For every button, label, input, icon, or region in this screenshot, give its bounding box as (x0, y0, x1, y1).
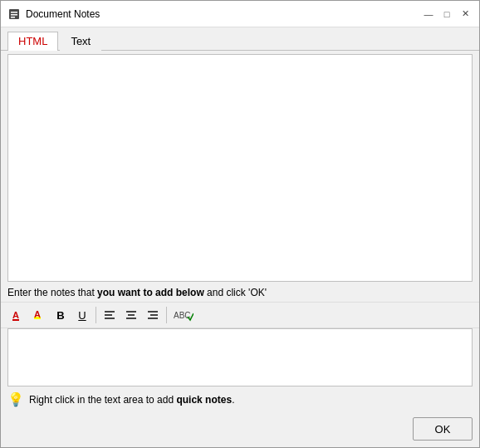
align-center-icon (125, 308, 138, 322)
maximize-button[interactable]: □ (439, 7, 454, 22)
svg-rect-1 (11, 12, 17, 13)
svg-rect-11 (126, 311, 136, 313)
svg-rect-2 (11, 14, 17, 16)
title-controls: — □ ✕ (421, 7, 473, 22)
tab-text[interactable]: Text (60, 32, 101, 51)
ok-button[interactable]: OK (413, 417, 473, 441)
hint-icon: 💡 (7, 391, 24, 407)
html-preview-area (7, 54, 473, 282)
tab-bar: HTML Text (1, 27, 479, 51)
toolbar-separator-1 (96, 307, 96, 323)
svg-rect-13 (126, 318, 136, 319)
svg-rect-10 (105, 318, 115, 319)
svg-rect-9 (105, 314, 112, 316)
align-right-icon (146, 308, 159, 322)
instruction-text: Enter the notes that you want to add bel… (1, 282, 479, 302)
hint-bar: 💡 Right click in the text area to add qu… (1, 386, 479, 412)
svg-rect-3 (11, 17, 15, 18)
window-icon (7, 7, 21, 21)
underline-icon: U (78, 309, 86, 322)
svg-rect-15 (150, 314, 158, 316)
notes-textarea[interactable] (8, 329, 472, 386)
spell-check-icon: ABC (174, 308, 193, 322)
align-left-button[interactable] (100, 305, 120, 325)
document-notes-window: Document Notes — □ ✕ HTML Text Enter the… (0, 0, 480, 448)
bottom-bar: OK (1, 412, 479, 447)
font-color-button[interactable]: A (7, 305, 27, 325)
align-right-button[interactable] (143, 305, 163, 325)
underline-button[interactable]: U (72, 305, 92, 325)
window-title: Document Notes (26, 8, 100, 20)
svg-text:A: A (12, 310, 19, 320)
spell-check-button[interactable]: ABC (170, 305, 197, 325)
close-button[interactable]: ✕ (458, 7, 473, 22)
svg-rect-5 (12, 319, 19, 321)
tab-html[interactable]: HTML (7, 32, 58, 51)
toolbar-separator-2 (166, 307, 167, 323)
hint-text: Right click in the text area to add quic… (29, 394, 234, 406)
title-bar: Document Notes — □ ✕ (1, 1, 479, 27)
bold-button[interactable]: B (51, 305, 71, 325)
svg-rect-16 (148, 318, 158, 319)
svg-rect-14 (148, 311, 158, 313)
svg-text:A: A (34, 309, 41, 319)
bold-icon: B (56, 309, 64, 322)
svg-text:ABC: ABC (174, 311, 191, 320)
title-bar-left: Document Notes (7, 7, 100, 21)
highlight-button[interactable]: A (29, 305, 49, 325)
edit-area[interactable] (7, 328, 473, 386)
minimize-button[interactable]: — (421, 7, 436, 22)
font-color-icon: A (11, 308, 24, 322)
align-center-button[interactable] (121, 305, 141, 325)
svg-rect-12 (128, 314, 135, 316)
svg-rect-8 (105, 311, 115, 313)
highlight-icon: A (32, 308, 46, 322)
formatting-toolbar: A A B U (1, 302, 479, 328)
align-left-icon (103, 308, 116, 322)
